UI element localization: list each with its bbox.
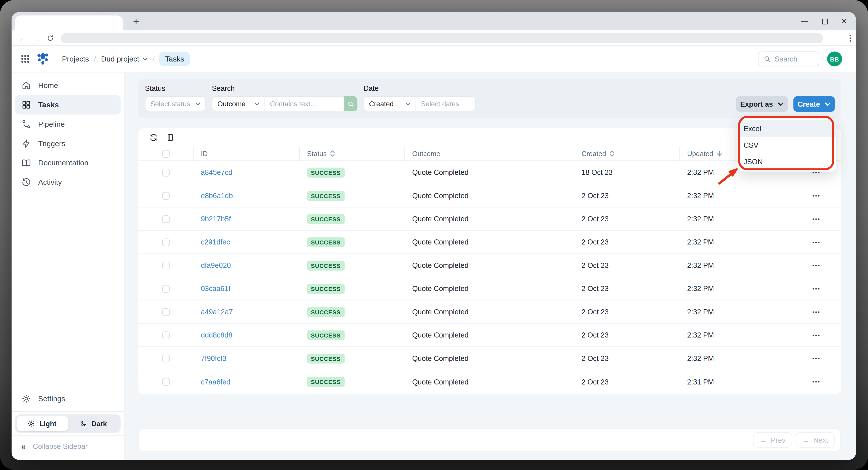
outcome-cell: Quote Completed xyxy=(405,254,574,277)
search-text-input[interactable]: Contains text... xyxy=(265,96,344,111)
row-checkbox[interactable] xyxy=(162,308,170,316)
row-checkbox[interactable] xyxy=(162,192,170,199)
breadcrumb-current-tasks[interactable]: Tasks xyxy=(160,52,190,66)
task-id-link[interactable]: c7aa6fed xyxy=(201,378,230,386)
task-id-link[interactable]: 9b217b5f xyxy=(201,215,231,223)
sidebar-item-documentation[interactable]: Documentation xyxy=(15,153,121,173)
row-actions-button[interactable] xyxy=(791,231,841,253)
outcome-cell: Quote Completed xyxy=(405,347,574,370)
sidebar-item-triggers[interactable]: Triggers xyxy=(15,134,121,153)
browser-tab-strip: + × xyxy=(12,12,856,30)
next-page-button[interactable]: → Next xyxy=(796,432,835,447)
minimize-icon[interactable] xyxy=(801,21,808,22)
date-range-input[interactable]: Select dates xyxy=(415,96,476,111)
browser-window: + × ← → xyxy=(12,12,856,460)
row-checkbox[interactable] xyxy=(162,238,170,246)
row-checkbox[interactable] xyxy=(162,168,170,176)
date-filter-label: Date xyxy=(364,84,379,93)
row-actions-button[interactable] xyxy=(791,184,841,207)
moon-icon xyxy=(80,420,87,427)
close-icon[interactable]: × xyxy=(842,17,847,26)
column-header-status[interactable]: Status xyxy=(300,147,405,160)
forward-icon[interactable]: → xyxy=(31,30,42,46)
row-checkbox[interactable] xyxy=(162,378,170,385)
avatar[interactable]: BB xyxy=(827,51,842,66)
task-id-link[interactable]: dfa9e020 xyxy=(201,261,231,270)
row-checkbox[interactable] xyxy=(162,215,170,223)
content-area: Status Search Date Select status Outcome xyxy=(125,72,856,460)
prev-page-button[interactable]: ← Prev xyxy=(753,432,792,447)
columns-icon[interactable] xyxy=(167,133,174,142)
export-option-label: CSV xyxy=(743,141,758,149)
collapse-sidebar-button[interactable]: « Collapse Sidebar xyxy=(12,439,124,453)
row-checkbox[interactable] xyxy=(162,261,170,269)
created-cell: 2 Oct 23 xyxy=(574,324,680,346)
task-id-link[interactable]: 7f90fcf3 xyxy=(201,354,226,363)
refresh-icon[interactable] xyxy=(150,133,158,142)
created-cell: 2 Oct 23 xyxy=(574,277,680,300)
browser-tab[interactable] xyxy=(15,15,123,30)
search-submit-button[interactable] xyxy=(344,96,357,111)
row-checkbox[interactable] xyxy=(162,331,170,339)
created-cell: 2 Oct 23 xyxy=(574,184,680,207)
sidebar-item-pipeline[interactable]: Pipeline xyxy=(15,115,121,134)
row-actions-button[interactable] xyxy=(791,254,841,277)
sidebar-item-home[interactable]: Home xyxy=(15,76,121,95)
reload-icon[interactable] xyxy=(45,30,56,46)
sidebar-item-tasks[interactable]: Tasks xyxy=(15,95,121,115)
breadcrumb-separator: / xyxy=(94,55,96,63)
export-menu-item[interactable]: CSV xyxy=(738,137,836,153)
task-id-link[interactable]: c291dfec xyxy=(201,238,230,246)
row-actions-button[interactable] xyxy=(791,370,841,393)
theme-dark-button[interactable]: Dark xyxy=(68,416,119,431)
sidebar-item-activity[interactable]: Activity xyxy=(15,173,121,192)
export-as-button[interactable]: Export as xyxy=(736,96,788,112)
url-bar[interactable] xyxy=(61,33,823,43)
column-header-id[interactable]: ID xyxy=(194,147,300,160)
theme-light-button[interactable]: Light xyxy=(17,416,68,431)
date-range-placeholder: Select dates xyxy=(421,100,459,107)
export-menu-item[interactable]: JSON xyxy=(738,153,836,170)
sort-desc-icon xyxy=(717,151,722,157)
column-header-outcome[interactable]: Outcome xyxy=(405,147,574,160)
home-icon xyxy=(22,81,31,90)
task-id-link[interactable]: ddd8c8d8 xyxy=(201,331,232,339)
row-actions-button[interactable] xyxy=(791,277,841,300)
maximize-icon[interactable] xyxy=(822,19,828,24)
breadcrumb-project-dropdown[interactable]: Dud project xyxy=(101,55,148,63)
row-actions-button[interactable] xyxy=(791,324,841,346)
breadcrumb-projects[interactable]: Projects xyxy=(62,55,89,63)
global-search-input[interactable]: Search xyxy=(758,51,819,66)
status-select[interactable]: Select status xyxy=(145,96,206,111)
browser-menu-icon[interactable] xyxy=(849,34,851,44)
ellipsis-icon xyxy=(812,264,820,267)
row-actions-button[interactable] xyxy=(791,208,841,230)
row-actions-button[interactable] xyxy=(791,301,841,323)
select-all-checkbox[interactable] xyxy=(162,150,169,157)
app-grid-icon[interactable] xyxy=(21,55,29,63)
row-actions-button[interactable] xyxy=(791,347,841,370)
row-checkbox[interactable] xyxy=(162,285,170,292)
status-badge: SUCCESS xyxy=(307,191,344,200)
ellipsis-icon xyxy=(812,218,820,220)
app-logo-icon[interactable] xyxy=(36,51,50,66)
date-field-select[interactable]: Created xyxy=(364,96,415,111)
task-id-link[interactable]: a49a12a7 xyxy=(201,308,233,316)
new-tab-icon[interactable]: + xyxy=(129,14,143,29)
search-field-select[interactable]: Outcome xyxy=(212,96,264,111)
divider xyxy=(12,411,124,412)
created-cell: 2 Oct 23 xyxy=(574,370,680,393)
row-checkbox[interactable] xyxy=(162,354,170,362)
chevron-down-icon xyxy=(255,102,260,105)
divider xyxy=(12,435,124,436)
task-id-link[interactable]: 03caa61f xyxy=(201,284,230,293)
table-row: e8b6a1db SUCCESS Quote Completed 2 Oct 2… xyxy=(138,184,841,208)
column-header-created[interactable]: Created xyxy=(574,147,680,160)
history-clock-icon xyxy=(22,178,31,187)
sidebar-item-settings[interactable]: Settings xyxy=(15,389,121,408)
task-id-link[interactable]: a845e7cd xyxy=(201,168,232,177)
create-button[interactable]: Create xyxy=(793,96,835,112)
task-id-link[interactable]: e8b6a1db xyxy=(201,191,233,200)
export-menu-item[interactable]: Excel xyxy=(738,120,836,137)
back-icon[interactable]: ← xyxy=(17,30,28,46)
